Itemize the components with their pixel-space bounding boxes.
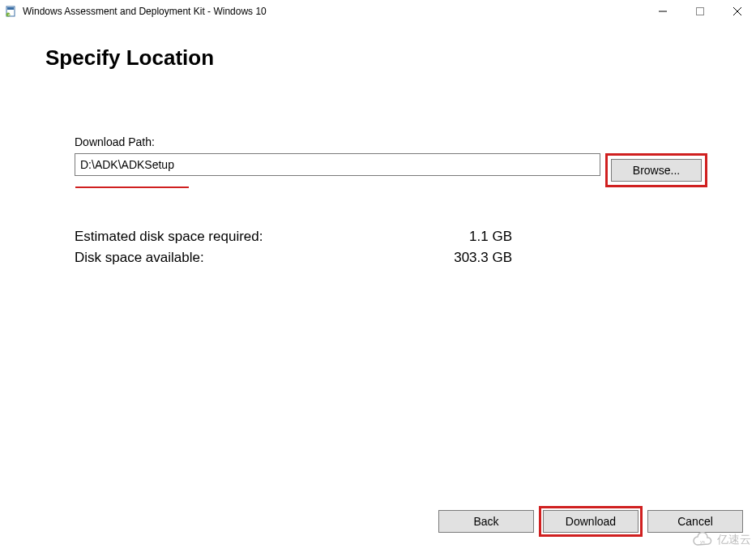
installer-icon bbox=[5, 5, 18, 18]
wizard-footer: Back Download Cancel bbox=[438, 506, 743, 537]
close-button[interactable] bbox=[719, 0, 756, 23]
browse-button[interactable]: Browse... bbox=[611, 159, 702, 182]
available-space-value: 303.3 GB bbox=[431, 247, 512, 268]
highlight-box: Download bbox=[539, 506, 643, 537]
minimize-button[interactable] bbox=[644, 0, 681, 23]
maximize-button[interactable] bbox=[681, 0, 719, 23]
back-button[interactable]: Back bbox=[438, 510, 534, 533]
estimated-space-label: Estimated disk space required: bbox=[75, 226, 431, 247]
estimated-space-value: 1.1 GB bbox=[431, 226, 512, 247]
available-space-label: Disk space available: bbox=[75, 247, 431, 268]
highlight-underline bbox=[75, 186, 189, 188]
download-button[interactable]: Download bbox=[543, 510, 639, 533]
svg-text:ys: ys bbox=[700, 539, 705, 544]
window-title: Windows Assessment and Deployment Kit - … bbox=[23, 6, 267, 17]
window-controls bbox=[644, 0, 756, 23]
download-path-label: Download Path: bbox=[75, 135, 707, 148]
page-title: Specify Location bbox=[45, 45, 711, 71]
titlebar: Windows Assessment and Deployment Kit - … bbox=[0, 0, 756, 23]
download-path-input[interactable] bbox=[75, 153, 600, 176]
svg-rect-1 bbox=[7, 7, 14, 10]
highlight-box: Browse... bbox=[605, 153, 707, 187]
cancel-button[interactable]: Cancel bbox=[647, 510, 743, 533]
svg-rect-4 bbox=[697, 8, 704, 15]
